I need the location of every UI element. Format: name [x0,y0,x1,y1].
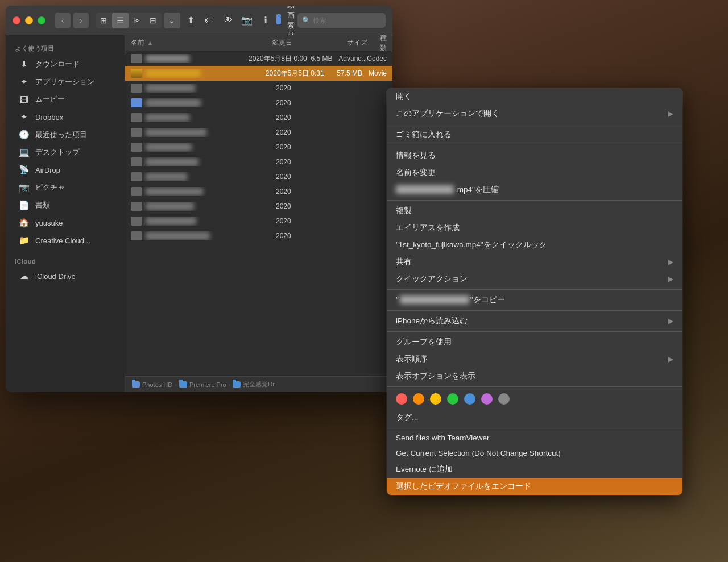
file-row[interactable]: blurred 2020年5月5日 0:31 57.5 MB Movie [125,66,392,81]
file-row[interactable]: blurred 2020 [125,110,392,125]
file-row[interactable]: blurred 2020 [125,95,392,110]
cm-item-rename[interactable]: 名前を変更 [387,164,682,181]
cm-item-tags[interactable]: タグ... [387,409,682,426]
tag-button[interactable]: 🏷 [201,13,218,28]
col-header-date[interactable]: 変更日 [272,38,346,48]
cm-item-open[interactable]: 開く [387,88,682,105]
forward-button[interactable]: › [73,13,89,28]
sidebar-item-dropbox[interactable]: ✦ Dropbox [9,109,121,126]
cm-label: 情報を見る [396,151,673,161]
file-thumbnail [131,69,142,78]
file-row[interactable]: blurred 2020 [125,214,392,228]
folder-icon [276,16,281,24]
sidebar-item-yuusuke[interactable]: 🏠 yuusuke [9,214,121,231]
breadcrumb-text: 完全感覚Dr [243,380,275,389]
tag-yellow[interactable] [430,393,441,405]
nav-buttons: ‹ › [55,13,89,28]
file-row[interactable]: blurred 2020 [125,140,392,155]
tag-gray[interactable] [498,393,510,405]
search-icon: 🔍 [302,16,311,24]
folder-icon-bc [233,381,241,388]
cm-item-import-iphone[interactable]: iPhoneから読み込む ▶ [387,313,682,330]
cm-item-compress[interactable]: blurred.mp4"を圧縮 [387,181,682,198]
applications-icon: ✦ [18,76,30,88]
cm-item-sort-order[interactable]: 表示順序 ▶ [387,351,682,368]
file-date: 2020 [276,99,353,107]
file-row[interactable]: blurred 2020年5月8日 0:00 6.5 MB Advanc...C… [125,51,392,66]
cm-item-encode-video[interactable]: 選択したビデオファイルをエンコード [387,478,682,495]
col-header-name[interactable]: 名前 ▲ [131,38,272,48]
cm-item-info[interactable]: 情報を見る [387,147,682,164]
file-thumbnail [131,113,142,122]
cm-item-quicklook[interactable]: "1st_kyoto_fujikawa.mp4"をクイックルック [387,236,682,253]
cm-item-quick-action[interactable]: クイックアクション ▶ [387,270,682,288]
cm-item-copy[interactable]: "blurred"をコピー [387,292,682,309]
breadcrumb-part[interactable]: 完全感覚Dr [233,380,275,389]
file-name: blurred [131,157,276,166]
back-button[interactable]: ‹ [55,13,71,28]
breadcrumb-part[interactable]: Premiere Pro [179,381,226,388]
cm-item-show-options[interactable]: 表示オプションを表示 [387,368,682,385]
tag-orange[interactable] [413,393,424,405]
tag-blue[interactable] [464,393,475,405]
cm-item-share[interactable]: 共有 ▶ [387,253,682,270]
screenshot-button[interactable]: 📷 [239,13,255,28]
cm-item-open-with[interactable]: このアプリケーションで開く ▶ [387,105,682,122]
list-view-button[interactable]: ☰ [112,13,129,28]
share-button[interactable]: ⬆ [183,13,199,28]
tag-red[interactable] [396,393,407,405]
file-row[interactable]: blurred 2020 [125,184,392,199]
gallery-view-button[interactable]: ⊟ [145,13,162,28]
file-row[interactable]: blurred 2020 [125,81,392,95]
col-header-kind[interactable]: 種類 [380,35,387,53]
cm-label: クイックアクション [396,274,668,284]
sidebar-item-icloud-drive[interactable]: ☁ iCloud Drive [9,268,121,285]
minimize-button[interactable] [25,16,33,24]
sidebar-item-downloads[interactable]: ⬇ ダウンロード [9,56,121,73]
file-row[interactable]: blurred 2020 [125,125,392,140]
tag-green[interactable] [447,393,458,405]
file-row[interactable]: blurred 2020 [125,155,392,169]
cm-item-evernote[interactable]: Evernote に追加 [387,461,682,478]
file-name: blurred [131,187,276,196]
tag-purple[interactable] [481,393,493,405]
search-input[interactable] [313,16,381,24]
sidebar-item-creative-cloud[interactable]: 📁 Creative Cloud... [9,232,121,249]
submenu-arrow: ▶ [668,355,673,363]
cm-item-teamviewer[interactable]: Send files with TeamViewer [387,430,682,446]
sidebar-item-pictures[interactable]: 📷 ピクチャ [9,179,121,196]
cm-item-duplicate[interactable]: 複製 [387,202,682,219]
file-row[interactable]: blurred 2020 [125,169,392,184]
sidebar-item-applications[interactable]: ✦ アプリケーション [9,73,121,90]
cm-item-alias[interactable]: エイリアスを作成 [387,219,682,236]
view-options-button[interactable]: ⌄ [164,13,180,28]
sidebar-item-documents[interactable]: 📄 書類 [9,197,121,214]
breadcrumb-part[interactable]: Photos HD [132,381,172,388]
maximize-button[interactable] [38,16,46,24]
close-button[interactable] [13,16,20,24]
file-thumbnail [131,143,142,152]
sidebar-item-movies[interactable]: 🎞 ムービー [9,91,121,108]
sidebar-item-airdrop[interactable]: 📡 AirDrop [9,161,121,178]
col-header-size[interactable]: サイズ [347,38,380,48]
info-button[interactable]: ℹ [258,13,274,28]
sidebar-item-recents[interactable]: 🕐 最近使った項目 [9,126,121,143]
sidebar-item-label: ムービー [35,94,65,105]
cm-item-current-selection[interactable]: Get Current Selection (Do Not Change Sho… [387,446,682,461]
icon-view-button[interactable]: ⊞ [96,13,112,28]
sort-arrow: ▲ [147,39,154,47]
file-row[interactable]: blurred 2020 [125,228,392,243]
cm-item-trash[interactable]: ゴミ箱に入れる [387,126,682,143]
blurred-filename: blurred [400,295,469,304]
cm-item-use-groups[interactable]: グループを使用 [387,334,682,351]
column-view-button[interactable]: ⫸ [129,13,145,28]
sidebar-item-desktop[interactable]: 💻 デスクトップ [9,144,121,161]
file-name: blurred [131,143,276,152]
preview-button[interactable]: 👁 [220,13,237,28]
view-buttons: ⊞ ☰ ⫸ ⊟ [96,13,162,28]
cm-separator [387,310,682,311]
file-thumbnail [131,217,142,226]
sidebar-item-label: Creative Cloud... [35,236,90,245]
file-row[interactable]: blurred 2020 [125,199,392,214]
search-box[interactable]: 🔍 [297,13,386,28]
